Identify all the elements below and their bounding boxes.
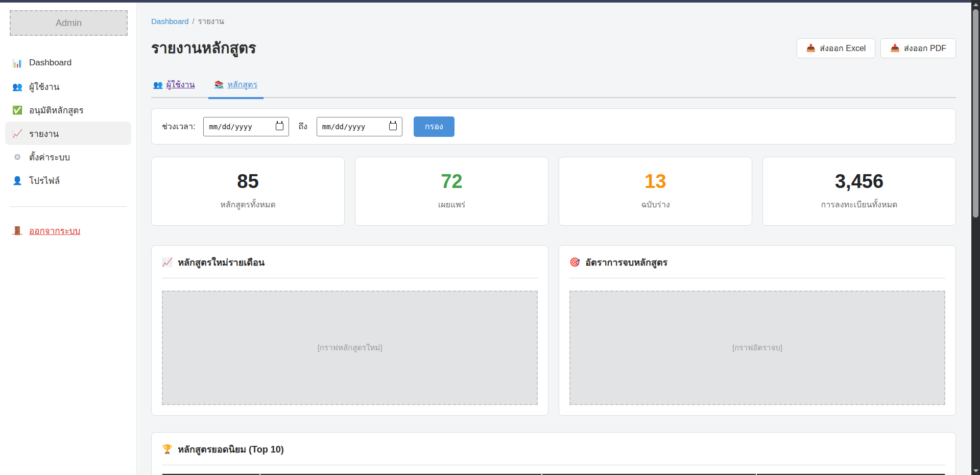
tab-courses[interactable]: 📚 หลักสูตร [213,75,259,97]
chart-cards: 📈 หลักสูตรใหม่รายเดือน [กราฟหลักสูตรใหม่… [151,245,956,416]
gear-icon: ⚙ [12,152,22,162]
sidebar-item-reports[interactable]: 📈 รายงาน [5,122,131,145]
date-to-placeholder: mm/dd/yyyy [322,123,365,131]
stat-card-published: 72 เผยแพร่ [355,157,548,226]
stat-value: 13 [644,172,666,191]
chart-up-icon: 📈 [162,257,173,268]
trophy-icon: 🏆 [162,444,173,455]
sidebar-menu: 📊 Dashboard 👥 ผู้ใช้งาน ✅ อนุมัติหลักสูต… [0,51,136,192]
stat-label: ฉบับร่าง [641,198,670,211]
sidebar-divider [10,206,127,207]
completion-rate-chart-placeholder: [กราฟอัตราจบ] [569,291,945,405]
placeholder-text: [กราฟหลักสูตรใหม่] [318,342,383,354]
target-icon: 🎯 [569,257,580,268]
breadcrumb-separator: / [192,17,194,26]
date-from-input[interactable]: mm/dd/yyyy [203,117,289,136]
date-from-placeholder: mm/dd/yyyy [209,123,252,131]
admin-logo-placeholder: Admin [10,10,128,36]
export-pdf-button[interactable]: 📥 ส่งออก PDF [880,38,956,58]
stat-label: หลักสูตรทั้งหมด [220,198,276,211]
date-to-input[interactable]: mm/dd/yyyy [317,117,402,136]
top-courses-card: 🏆 หลักสูตรยอดนิยม (Top 10) [151,432,956,475]
sidebar-item-dashboard[interactable]: 📊 Dashboard [5,51,131,75]
date-range-label: ช่วงเวลา: [162,120,195,133]
sidebar-item-label: อนุมัติหลักสูตร [29,103,84,117]
vertical-scrollbar[interactable] [971,0,980,475]
card-divider [162,465,945,465]
person-icon: 👤 [12,176,22,185]
new-courses-chart-placeholder: [กราฟหลักสูตรใหม่] [162,291,538,405]
stat-value: 3,456 [835,172,883,191]
page-header: รายงานหลักสูตร 📥 ส่งออก Excel 📥 ส่งออก P… [151,36,956,60]
stat-label: เผยแพร่ [438,198,466,211]
scroll-down-button[interactable] [971,466,980,475]
chart-card-title: 📈 หลักสูตรใหม่รายเดือน [162,255,538,270]
chart-title-text: อัตราการจบหลักสูตร [585,255,667,270]
export-excel-label: ส่งออก Excel [820,42,866,55]
tab-users-label: ผู้ใช้งาน [166,78,195,91]
logout-label: ออกจากระบบ [29,224,80,238]
top-courses-title: 🏆 หลักสูตรยอดนิยม (Top 10) [162,442,945,457]
sidebar-item-label: ตั้งค่าระบบ [29,150,70,164]
tabs: 👥 ผู้ใช้งาน 📚 หลักสูตร [151,75,956,98]
sidebar-item-users[interactable]: 👥 ผู้ใช้งาน [5,75,131,98]
stat-value: 72 [441,172,462,191]
breadcrumb-current: รายงาน [198,17,224,26]
bar-chart-icon: 📊 [12,58,22,68]
books-icon: 📚 [214,80,224,89]
main-content: Dashboard/รายงาน รายงานหลักสูตร 📥 ส่งออก… [137,3,971,475]
breadcrumb-dashboard-link[interactable]: Dashboard [151,17,188,26]
export-buttons: 📥 ส่งออก Excel 📥 ส่งออก PDF [797,38,956,58]
stat-card-total-registrations: 3,456 การลงทะเบียนทั้งหมด [762,157,956,226]
calendar-icon[interactable] [276,123,283,130]
page-title: รายงานหลักสูตร [151,36,256,60]
chart-card-new-courses: 📈 หลักสูตรใหม่รายเดือน [กราฟหลักสูตรใหม่… [151,245,548,416]
scrollbar-thumb[interactable] [973,9,978,218]
breadcrumb: Dashboard/รายงาน [151,15,956,28]
filter-bar: ช่วงเวลา: mm/dd/yyyy ถึง mm/dd/yyyy กรอง [151,108,956,145]
tab-users[interactable]: 👥 ผู้ใช้งาน [152,75,196,97]
sidebar-item-settings[interactable]: ⚙ ตั้งค่าระบบ [5,145,131,169]
admin-logo-text: Admin [56,18,82,29]
stat-value: 85 [237,172,258,191]
sidebar-item-label: Dashboard [29,58,71,68]
logout-link[interactable]: 🚪 ออกจากระบบ [5,220,131,241]
stat-card-drafts: 13 ฉบับร่าง [559,157,752,226]
sidebar-item-label: ผู้ใช้งาน [29,80,59,93]
sidebar-item-label: รายงาน [29,127,59,140]
tab-courses-label: หลักสูตร [227,78,257,91]
arrow-up-icon [973,3,978,6]
chart-card-completion-rate: 🎯 อัตราการจบหลักสูตร [กราฟอัตราจบ] [559,245,956,416]
to-label: ถึง [298,120,307,133]
chart-up-icon: 📈 [12,129,22,138]
stat-cards: 85 หลักสูตรทั้งหมด 72 เผยแพร่ 13 ฉบับร่า… [151,157,956,226]
sidebar: Admin 📊 Dashboard 👥 ผู้ใช้งาน ✅ อนุมัติห… [0,3,137,475]
check-icon: ✅ [12,105,22,115]
chart-card-title: 🎯 อัตราการจบหลักสูตร [569,255,945,270]
users-icon: 👥 [153,80,163,89]
users-icon: 👥 [12,82,22,91]
card-divider [162,278,538,278]
stat-label: การลงทะเบียนทั้งหมด [821,198,898,211]
scroll-up-button[interactable] [971,0,980,9]
placeholder-text: [กราฟอัตราจบ] [732,342,782,354]
sidebar-item-profile[interactable]: 👤 โปรไฟล์ [5,169,131,192]
export-excel-button[interactable]: 📥 ส่งออก Excel [797,38,876,58]
sidebar-item-course-approval[interactable]: ✅ อนุมัติหลักสูตร [5,98,131,122]
stat-card-total-courses: 85 หลักสูตรทั้งหมด [151,157,345,226]
sidebar-item-label: โปรไฟล์ [29,174,60,187]
top-courses-title-text: หลักสูตรยอดนิยม (Top 10) [178,442,284,457]
calendar-icon[interactable] [389,123,397,130]
filter-button[interactable]: กรอง [414,116,455,137]
card-divider [569,278,945,278]
chart-title-text: หลักสูตรใหม่รายเดือน [178,255,265,270]
download-icon: 📥 [890,43,900,53]
door-icon: 🚪 [12,226,22,235]
arrow-down-icon [973,469,978,472]
download-icon: 📥 [806,43,816,53]
export-pdf-label: ส่งออก PDF [904,42,946,55]
